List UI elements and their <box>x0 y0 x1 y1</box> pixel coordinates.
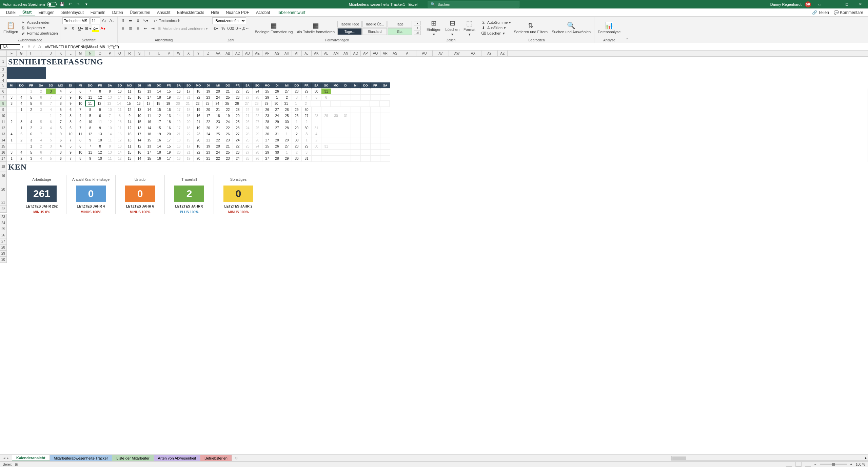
cell[interactable]: 29 <box>282 137 292 143</box>
cell[interactable]: 2 <box>56 113 66 119</box>
orientation-icon[interactable]: ⤡▾ <box>142 17 149 24</box>
increase-decimal-icon[interactable]: ,0→ <box>235 25 241 32</box>
cell[interactable]: 10 <box>85 119 95 125</box>
cell[interactable]: 27 <box>233 131 243 137</box>
cell[interactable] <box>7 125 17 131</box>
cell[interactable]: 12 <box>105 119 115 125</box>
cell[interactable]: 10 <box>76 150 85 156</box>
cell[interactable]: 17 <box>184 143 194 150</box>
cell[interactable]: 20 <box>203 125 213 131</box>
cell[interactable]: 9 <box>85 137 95 143</box>
redo-icon[interactable]: ↷ <box>76 2 81 7</box>
cell[interactable]: 18 <box>184 125 194 131</box>
day-header[interactable]: SA <box>312 82 321 89</box>
cell[interactable]: 18 <box>194 143 203 150</box>
cell[interactable] <box>341 156 351 162</box>
cell[interactable]: 9 <box>66 95 76 101</box>
cell[interactable]: 14 <box>144 107 154 113</box>
row-header-1[interactable]: 1 <box>0 57 7 67</box>
cell[interactable]: 24 <box>223 119 233 125</box>
cell[interactable]: 8 <box>76 137 85 143</box>
cell[interactable] <box>331 125 341 131</box>
cell[interactable]: 6 <box>46 119 56 125</box>
day-header[interactable]: SA <box>380 82 390 89</box>
cell[interactable]: 4 <box>17 150 26 156</box>
row-header-3[interactable]: 3 <box>0 73 7 79</box>
day-header[interactable]: DI <box>135 82 144 89</box>
col-header-AE[interactable]: AE <box>253 51 262 56</box>
cell[interactable]: 3 <box>17 119 26 125</box>
cell[interactable]: 4 <box>17 95 26 101</box>
col-header-AB[interactable]: AB <box>223 51 233 56</box>
cell[interactable]: 4 <box>17 101 26 107</box>
cell[interactable]: 11 <box>105 137 115 143</box>
toggle-switch[interactable] <box>47 2 57 7</box>
cell[interactable]: 15 <box>144 156 154 162</box>
row-header-12[interactable]: 12 <box>0 125 7 131</box>
cell[interactable]: 23 <box>243 89 253 95</box>
select-all-corner[interactable] <box>0 51 7 56</box>
row-header-20[interactable]: 20 <box>0 180 7 199</box>
col-header-AF[interactable]: AF <box>262 51 272 56</box>
cell[interactable]: 17 <box>144 101 154 107</box>
cell[interactable]: 16 <box>164 107 174 113</box>
cell[interactable]: 8 <box>66 119 76 125</box>
cell[interactable]: 14 <box>144 125 154 131</box>
cell[interactable]: 13 <box>115 119 125 125</box>
cell[interactable]: 3 <box>302 150 312 156</box>
cell[interactable] <box>370 101 380 107</box>
col-header-AA[interactable]: AA <box>213 51 223 56</box>
cell[interactable]: 13 <box>125 137 135 143</box>
cell[interactable]: 21 <box>183 101 193 107</box>
day-header[interactable]: DO <box>85 82 95 89</box>
enter-formula-icon[interactable]: ✓ <box>33 44 36 49</box>
cell[interactable]: 6 <box>36 95 46 101</box>
cell[interactable]: 30 <box>282 119 292 125</box>
cell[interactable]: 15 <box>184 113 194 119</box>
cell[interactable]: 22 <box>233 143 243 150</box>
cell[interactable]: 23 <box>203 101 213 107</box>
cell[interactable] <box>351 156 361 162</box>
cell[interactable]: 23 <box>194 131 203 137</box>
copy-button[interactable]: ⎘Kopieren ▾ <box>21 25 58 30</box>
cell[interactable]: 26 <box>243 119 253 125</box>
cell[interactable] <box>341 131 351 137</box>
cell[interactable]: 7 <box>46 150 56 156</box>
cell[interactable]: 30 <box>302 107 312 113</box>
cell[interactable] <box>321 131 331 137</box>
cell[interactable]: 15 <box>164 143 174 150</box>
cell[interactable]: 13 <box>105 150 115 156</box>
cell[interactable]: 24 <box>253 143 262 150</box>
cell[interactable]: 7 <box>76 125 85 131</box>
cell[interactable] <box>321 156 331 162</box>
cell[interactable] <box>361 125 371 131</box>
row-header-6[interactable]: 6 <box>0 89 7 95</box>
cell[interactable] <box>361 143 371 150</box>
tab-ansicht[interactable]: Ansicht <box>154 8 174 16</box>
cell[interactable] <box>311 101 321 107</box>
day-header[interactable]: DI <box>272 82 282 89</box>
cell[interactable]: 28 <box>272 137 282 143</box>
cell[interactable]: 4 <box>76 113 85 119</box>
cell[interactable]: 14 <box>114 101 124 107</box>
cell[interactable]: 13 <box>104 101 114 107</box>
col-header-AY[interactable]: AY <box>481 51 498 56</box>
cell[interactable] <box>361 150 371 156</box>
day-header[interactable]: FR <box>233 82 243 89</box>
cell[interactable]: 2 <box>312 137 321 143</box>
cell[interactable]: 20 <box>194 156 203 162</box>
align-top-icon[interactable]: ⬆ <box>120 17 126 24</box>
cell[interactable]: 13 <box>105 95 115 101</box>
cell[interactable]: 4 <box>302 95 312 101</box>
decrease-font-icon[interactable]: A↓ <box>108 17 115 24</box>
italic-button[interactable]: K <box>70 25 77 32</box>
cell[interactable]: 17 <box>174 125 184 131</box>
col-header-Z[interactable]: Z <box>203 51 213 56</box>
cell[interactable]: 3 <box>36 125 46 131</box>
style-gut[interactable]: Gut <box>388 28 412 35</box>
cell[interactable]: 29 <box>262 150 272 156</box>
cell[interactable] <box>361 137 371 143</box>
cell[interactable]: 26 <box>262 125 272 131</box>
style-tage-dark[interactable]: Tage... <box>337 28 362 35</box>
cell[interactable]: 4 <box>46 125 56 131</box>
